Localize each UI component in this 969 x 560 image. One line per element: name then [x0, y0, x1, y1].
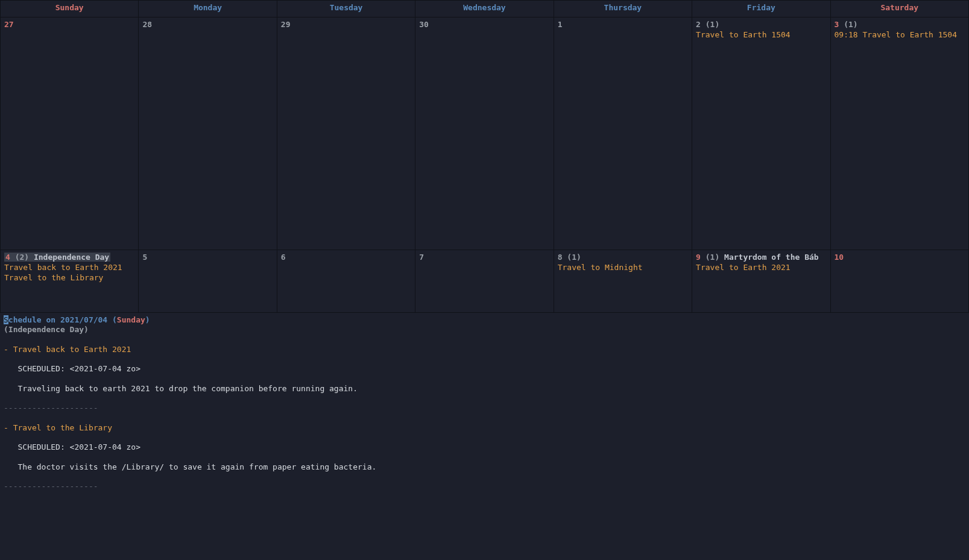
- day-cell-selected[interactable]: 4 (2) Independence Day Travel back to Ea…: [1, 250, 139, 313]
- header-thursday: Thursday: [554, 1, 692, 17]
- schedule-item-title[interactable]: - Travel to the Library: [4, 423, 112, 432]
- header-tuesday: Tuesday: [277, 1, 415, 17]
- day-number: 4: [5, 253, 10, 262]
- day-cell[interactable]: 3 (1) 09:18 Travel to Earth 1504: [830, 17, 968, 250]
- day-cell[interactable]: 5: [139, 250, 277, 313]
- day-cell[interactable]: 9 (1) Martyrdom of the Báb Travel to Ear…: [692, 250, 830, 313]
- day-number: 10: [835, 253, 844, 262]
- day-cell[interactable]: 30: [415, 17, 554, 250]
- day-number: 6: [281, 253, 286, 262]
- schedule-item-scheduled: SCHEDULED: <2021-07-04 zo>: [4, 442, 140, 451]
- day-number: 30: [419, 20, 429, 29]
- event-count: (1): [567, 253, 581, 262]
- event-count: (1): [705, 20, 719, 29]
- schedule-item-title[interactable]: - Travel back to Earth 2021: [4, 345, 131, 354]
- day-number: 29: [281, 20, 291, 29]
- day-number: 2: [696, 20, 701, 29]
- separator: --------------------: [4, 482, 98, 491]
- calendar-row: 27 28 29 30 1 2 (1) Travel to Earth 1504: [1, 17, 969, 250]
- day-number: 3: [835, 20, 839, 29]
- day-cell[interactable]: 28: [139, 17, 277, 250]
- day-number: 28: [142, 20, 152, 29]
- calendar-event[interactable]: Travel back to Earth 2021: [4, 263, 134, 273]
- header-wednesday: Wednesday: [415, 1, 554, 17]
- cursor: S: [4, 315, 8, 324]
- schedule-holiday: (Independence Day): [4, 325, 89, 334]
- separator: --------------------: [4, 403, 98, 412]
- schedule-item-scheduled: SCHEDULED: <2021-07-04 zo>: [4, 364, 140, 373]
- day-number: 1: [558, 20, 563, 29]
- header-saturday: Saturday: [830, 1, 968, 17]
- holiday-label: Martyrdom of the Báb: [724, 253, 819, 262]
- day-cell[interactable]: 27: [1, 17, 139, 250]
- day-cell[interactable]: 10: [830, 250, 968, 313]
- calendar-event[interactable]: Travel to the Library: [4, 273, 134, 283]
- schedule-pane[interactable]: Schedule on 2021/07/04 (Sunday) (Indepen…: [0, 313, 969, 496]
- schedule-item-body: The doctor visits the /Library/ to save …: [4, 462, 376, 471]
- schedule-heading-day: Sunday: [117, 315, 145, 324]
- event-count: (1): [705, 253, 719, 262]
- day-number: 7: [419, 253, 424, 262]
- calendar-row: 4 (2) Independence Day Travel back to Ea…: [1, 250, 969, 313]
- weekday-header-row: Sunday Monday Tuesday Wednesday Thursday…: [1, 1, 969, 17]
- day-cell[interactable]: 6: [277, 250, 415, 313]
- calendar-event[interactable]: Travel to Earth 2021: [696, 263, 826, 273]
- calendar-grid: Sunday Monday Tuesday Wednesday Thursday…: [0, 0, 969, 313]
- calendar-event[interactable]: Travel to Midnight: [558, 263, 688, 273]
- event-count: (2): [15, 253, 29, 262]
- day-cell[interactable]: 7: [415, 250, 554, 313]
- header-monday: Monday: [139, 1, 277, 17]
- day-number: 5: [142, 253, 147, 262]
- schedule-heading-close: ): [145, 315, 150, 324]
- calendar-event[interactable]: Travel to Earth 1504: [696, 30, 826, 40]
- schedule-heading: chedule on 2021/07/04 (: [8, 315, 117, 324]
- holiday-label: Independence Day: [34, 253, 109, 262]
- day-cell[interactable]: 29: [277, 17, 415, 250]
- day-number: 8: [558, 253, 563, 262]
- day-cell[interactable]: 2 (1) Travel to Earth 1504: [692, 17, 830, 250]
- event-count: (1): [844, 20, 857, 29]
- day-number: 9: [696, 253, 701, 262]
- day-number: 27: [4, 20, 14, 29]
- schedule-item-body: Traveling back to earth 2021 to drop the…: [4, 384, 358, 393]
- day-cell[interactable]: 8 (1) Travel to Midnight: [554, 250, 692, 313]
- header-friday: Friday: [692, 1, 830, 17]
- header-sunday: Sunday: [1, 1, 139, 17]
- day-cell[interactable]: 1: [554, 17, 692, 250]
- calendar-event[interactable]: 09:18 Travel to Earth 1504: [835, 30, 965, 40]
